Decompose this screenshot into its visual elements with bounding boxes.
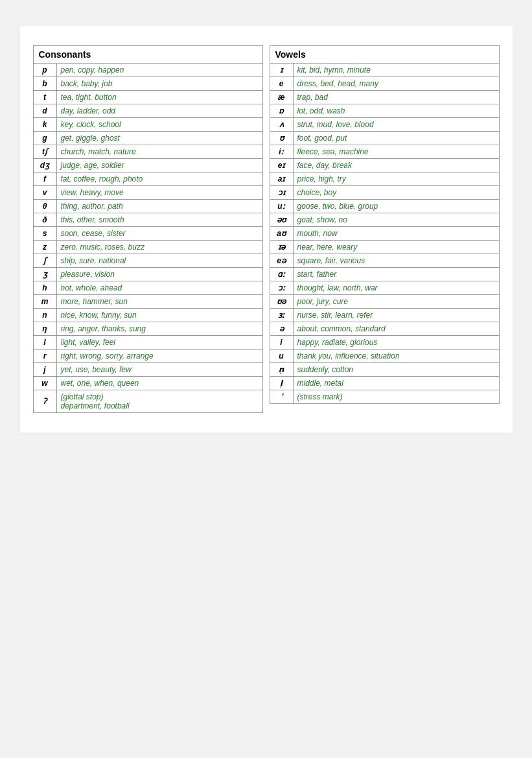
symbol-cell: ɪə: [270, 241, 293, 254]
table-row: dʒjudge, age, soldier: [33, 159, 262, 172]
table-row: jyet, use, beauty, few: [33, 363, 262, 377]
table-row: gget, giggle, ghost: [33, 132, 262, 145]
example-cell: zero, music, roses, buzz: [56, 241, 262, 254]
symbol-cell: f: [33, 172, 56, 186]
example-cell: middle, metal: [293, 377, 499, 390]
table-row: wwet, one, when, queen: [33, 377, 262, 390]
symbol-cell: t: [33, 91, 56, 104]
table-row: nnice, know, funny, sun: [33, 309, 262, 322]
table-row: eəsquare, fair, various: [270, 254, 499, 268]
symbol-cell: v: [33, 186, 56, 200]
table-row: tʃchurch, match, nature: [33, 145, 262, 159]
table-row: ɪkit, bid, hymn, minute: [270, 64, 499, 77]
example-cell: nurse, stir, learn, refer: [293, 309, 499, 322]
symbol-cell: ɜː: [270, 309, 293, 322]
symbol-cell: e: [270, 77, 293, 91]
example-cell: foot, good, put: [293, 132, 499, 145]
example-cell: thought, law, north, war: [293, 281, 499, 295]
symbol-cell: r: [33, 349, 56, 363]
example-cell: goose, two, blue, group: [293, 200, 499, 213]
symbol-cell: ʊ: [270, 132, 293, 145]
example-cell: right, wrong, sorry, arrange: [56, 349, 262, 363]
table-row: ʊfoot, good, put: [270, 132, 499, 145]
example-cell: price, high, try: [293, 172, 499, 186]
example-cell: trap, bad: [293, 91, 499, 104]
example-cell: day, ladder, odd: [56, 104, 262, 118]
example-cell: light, valley, feel: [56, 336, 262, 349]
example-cell: key, clock, school: [56, 118, 262, 132]
example-cell: (glottal stop)department, football: [56, 390, 262, 413]
table-row: mmore, hammer, sun: [33, 295, 262, 309]
symbol-cell: tʃ: [33, 145, 56, 159]
example-cell: fat, coffee, rough, photo: [56, 172, 262, 186]
example-cell: happy, radiate, glorious: [293, 336, 499, 349]
table-row: aɪprice, high, try: [270, 172, 499, 186]
symbol-cell: ŋ: [33, 322, 56, 336]
symbol-cell: d: [33, 104, 56, 118]
example-cell: get, giggle, ghost: [56, 132, 262, 145]
symbol-cell: ð: [33, 213, 56, 227]
symbol-cell: i: [270, 336, 293, 349]
example-cell: judge, age, soldier: [56, 159, 262, 172]
symbol-cell: ɔː: [270, 281, 293, 295]
table-row: ttea, tight, button: [33, 91, 262, 104]
symbol-cell: n: [33, 309, 56, 322]
example-cell: lot, odd, wash: [293, 104, 499, 118]
symbol-cell: b: [33, 77, 56, 91]
table-row: ʒpleasure, vision: [33, 268, 262, 281]
example-cell: soon, cease, sister: [56, 227, 262, 241]
symbol-cell: aɪ: [270, 172, 293, 186]
example-cell: back, baby, job: [56, 77, 262, 91]
table-row: ʊəpoor, jury, cure: [270, 295, 499, 309]
table-row: uːgoose, two, blue, group: [270, 200, 499, 213]
symbol-cell: l̩: [270, 377, 293, 390]
table-row: ɪənear, here, weary: [270, 241, 499, 254]
table-row: ætrap, bad: [270, 91, 499, 104]
table-row: ˈ(stress mark): [270, 390, 499, 404]
example-cell: poor, jury, cure: [293, 295, 499, 309]
symbol-cell: ɑː: [270, 268, 293, 281]
table-row: eɪface, day, break: [270, 159, 499, 172]
example-cell: more, hammer, sun: [56, 295, 262, 309]
table-row: iːfleece, sea, machine: [270, 145, 499, 159]
symbol-cell: ʔ: [33, 390, 56, 413]
example-cell: choice, boy: [293, 186, 499, 200]
table-row: ihappy, radiate, glorious: [270, 336, 499, 349]
table-row: ppen, copy, happen: [33, 64, 262, 77]
table-row: vview, heavy, move: [33, 186, 262, 200]
symbol-cell: p: [33, 64, 56, 77]
table-row: ɒlot, odd, wash: [270, 104, 499, 118]
symbol-cell: z: [33, 241, 56, 254]
table-row: edress, bed, head, many: [270, 77, 499, 91]
symbol-cell: s: [33, 227, 56, 241]
symbol-cell: n̩: [270, 363, 293, 377]
table-row: rright, wrong, sorry, arrange: [33, 349, 262, 363]
example-cell: tea, tight, button: [56, 91, 262, 104]
example-cell: church, match, nature: [56, 145, 262, 159]
example-cell: yet, use, beauty, few: [56, 363, 262, 377]
example-cell: pleasure, vision: [56, 268, 262, 281]
example-cell: square, fair, various: [293, 254, 499, 268]
table-row: llight, valley, feel: [33, 336, 262, 349]
example-cell: thing, author, path: [56, 200, 262, 213]
example-cell: goat, show, no: [293, 213, 499, 227]
example-cell: nice, know, funny, sun: [56, 309, 262, 322]
example-cell: face, day, break: [293, 159, 499, 172]
symbol-cell: æ: [270, 91, 293, 104]
table-row: ʃship, sure, national: [33, 254, 262, 268]
table-row: ɔːthought, law, north, war: [270, 281, 499, 295]
table-row: əabout, common, standard: [270, 322, 499, 336]
table-row: ŋring, anger, thanks, sung: [33, 322, 262, 336]
symbol-cell: aʊ: [270, 227, 293, 241]
table-row: kkey, clock, school: [33, 118, 262, 132]
symbol-cell: h: [33, 281, 56, 295]
symbol-cell: ʊə: [270, 295, 293, 309]
symbol-cell: j: [33, 363, 56, 377]
symbol-cell: eɪ: [270, 159, 293, 172]
symbol-cell: ʒ: [33, 268, 56, 281]
symbol-cell: θ: [33, 200, 56, 213]
example-cell: near, here, weary: [293, 241, 499, 254]
example-cell: ship, sure, national: [56, 254, 262, 268]
table-row: uthank you, influence, situation: [270, 349, 499, 363]
table-row: ðthis, other, smooth: [33, 213, 262, 227]
